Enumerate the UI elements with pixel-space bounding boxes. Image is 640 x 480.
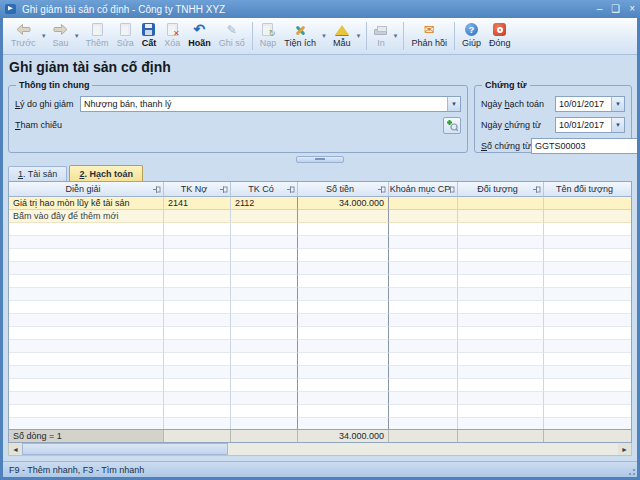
- reason-dropdown-button[interactable]: ▼: [447, 97, 460, 111]
- tab-tai-san[interactable]: 1. Tài sản: [8, 166, 67, 181]
- grid-cell[interactable]: [164, 262, 231, 275]
- post-button[interactable]: ✎ Ghi sổ: [215, 19, 249, 52]
- grid-cell[interactable]: [298, 314, 389, 327]
- grid-cell[interactable]: [544, 353, 631, 366]
- grid-empty-row[interactable]: [9, 405, 631, 418]
- help-button[interactable]: ? Giúp: [458, 19, 485, 52]
- add-button[interactable]: Thêm: [82, 19, 113, 52]
- grid-cell[interactable]: [231, 366, 298, 379]
- grid-cell[interactable]: [231, 275, 298, 288]
- cell-ten-doi-tuong[interactable]: [544, 197, 631, 210]
- grid-cell[interactable]: [389, 379, 458, 392]
- grid-cell[interactable]: [164, 288, 231, 301]
- grid-empty-row[interactable]: [9, 223, 631, 236]
- grid-cell[interactable]: [164, 301, 231, 314]
- undo-button[interactable]: ↶ Hoãn: [184, 19, 215, 52]
- grid-cell[interactable]: [298, 301, 389, 314]
- grid-cell[interactable]: [544, 210, 631, 223]
- grid-cell[interactable]: [231, 301, 298, 314]
- grid-cell[interactable]: [231, 314, 298, 327]
- grid-cell[interactable]: [389, 262, 458, 275]
- grid-empty-row[interactable]: [9, 392, 631, 405]
- scroll-left-button[interactable]: ◄: [9, 443, 22, 455]
- pin-icon[interactable]: [378, 185, 386, 197]
- save-button[interactable]: Cất: [138, 19, 161, 52]
- grid-cell[interactable]: [231, 249, 298, 262]
- grid-cell[interactable]: [164, 275, 231, 288]
- grid-cell[interactable]: [458, 353, 544, 366]
- grid-cell[interactable]: [9, 236, 164, 249]
- grid-cell[interactable]: [164, 379, 231, 392]
- grid-cell[interactable]: [389, 418, 458, 429]
- grid-cell[interactable]: [9, 405, 164, 418]
- grid-cell[interactable]: [164, 236, 231, 249]
- grid-cell[interactable]: [164, 223, 231, 236]
- grid-cell[interactable]: [9, 314, 164, 327]
- grid-cell[interactable]: [389, 340, 458, 353]
- cell-tk-co[interactable]: 2112: [231, 197, 298, 210]
- grid-cell[interactable]: [298, 210, 389, 223]
- grid-cell[interactable]: [9, 262, 164, 275]
- pin-icon[interactable]: [447, 185, 455, 197]
- grid-empty-row[interactable]: [9, 366, 631, 379]
- grid-cell[interactable]: [458, 275, 544, 288]
- grid-cell[interactable]: [9, 275, 164, 288]
- grid-cell[interactable]: [389, 301, 458, 314]
- grid-cell[interactable]: [298, 366, 389, 379]
- utilities-button[interactable]: Tiện ích ▼: [280, 19, 329, 52]
- cell-tk-no[interactable]: 2141: [164, 197, 231, 210]
- pin-icon[interactable]: [220, 185, 228, 197]
- grid-cell[interactable]: [544, 236, 631, 249]
- grid-empty-row[interactable]: [9, 275, 631, 288]
- grid-cell[interactable]: [164, 210, 231, 223]
- doc-date-dropdown-button[interactable]: ▼: [611, 118, 624, 132]
- maximize-button[interactable]: ❑: [611, 3, 620, 15]
- reason-combobox[interactable]: Nhượng bán, thanh lý ▼: [80, 96, 461, 112]
- grid-cell[interactable]: [9, 353, 164, 366]
- grid-cell[interactable]: [9, 379, 164, 392]
- grid-cell[interactable]: [231, 327, 298, 340]
- grid-cell[interactable]: [544, 275, 631, 288]
- grid-cell[interactable]: [389, 236, 458, 249]
- grid-cell[interactable]: [389, 223, 458, 236]
- scrollbar-thumb[interactable]: [22, 443, 228, 455]
- grid-empty-row[interactable]: [9, 379, 631, 392]
- grid-cell[interactable]: [389, 249, 458, 262]
- grid-cell[interactable]: [544, 366, 631, 379]
- cell-khoan-muc-cp[interactable]: [389, 197, 458, 210]
- grid-cell[interactable]: [389, 327, 458, 340]
- grid-empty-row[interactable]: [9, 418, 631, 429]
- pin-icon[interactable]: [533, 185, 541, 197]
- template-button[interactable]: Mẫu ▼: [329, 19, 364, 52]
- grid-cell[interactable]: [389, 210, 458, 223]
- grid-cell[interactable]: [298, 353, 389, 366]
- grid-cell[interactable]: [389, 314, 458, 327]
- grid-cell[interactable]: [298, 418, 389, 429]
- column-header-tk-no[interactable]: TK Nợ: [164, 182, 231, 197]
- grid-cell[interactable]: [9, 223, 164, 236]
- grid-empty-row[interactable]: [9, 353, 631, 366]
- grid-cell[interactable]: [231, 223, 298, 236]
- grid-cell[interactable]: [231, 405, 298, 418]
- column-header-so-tien[interactable]: Số tiền: [298, 182, 389, 197]
- grid-cell[interactable]: [231, 262, 298, 275]
- grid-cell[interactable]: [544, 327, 631, 340]
- grid-empty-row[interactable]: [9, 340, 631, 353]
- cell-dien-giai[interactable]: Giá trị hao mòn lũy kế tài sản: [9, 197, 164, 210]
- grid-cell[interactable]: [544, 223, 631, 236]
- grid-cell[interactable]: [231, 288, 298, 301]
- grid-cell[interactable]: [458, 392, 544, 405]
- grid-cell[interactable]: [298, 223, 389, 236]
- grid-cell[interactable]: [544, 301, 631, 314]
- grid-cell[interactable]: [298, 288, 389, 301]
- grid-cell[interactable]: [458, 210, 544, 223]
- horizontal-scrollbar[interactable]: ◄ ►: [8, 443, 632, 456]
- grid-cell[interactable]: [164, 249, 231, 262]
- grid-empty-row[interactable]: [9, 236, 631, 249]
- grid-cell[interactable]: [389, 366, 458, 379]
- grid-cell[interactable]: [164, 353, 231, 366]
- grid-cell[interactable]: [164, 340, 231, 353]
- grid-empty-row[interactable]: [9, 314, 631, 327]
- previous-button[interactable]: Trước ▼: [7, 19, 49, 52]
- grid-cell[interactable]: [458, 327, 544, 340]
